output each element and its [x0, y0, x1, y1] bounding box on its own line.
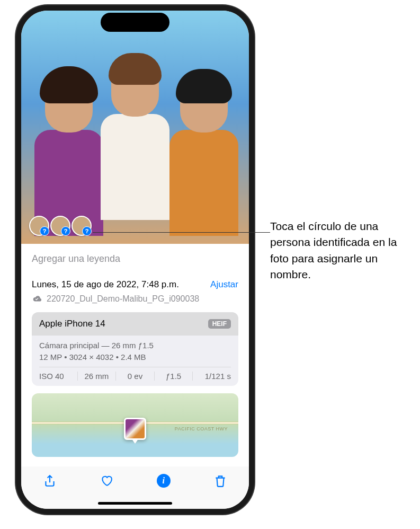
location-map[interactable]: PACIFIC COAST HWY [32, 393, 238, 457]
map-photo-pin[interactable] [124, 418, 146, 440]
face-circle-3[interactable] [72, 216, 92, 236]
icloud-icon [32, 295, 42, 303]
adjust-button[interactable]: Ajustar [210, 279, 238, 290]
camera-info-card[interactable]: Apple iPhone 14 HEIF Cámara principal — … [32, 312, 238, 386]
face-circle-1[interactable] [29, 216, 49, 236]
info-icon: i [157, 474, 171, 488]
camera-device: Apple iPhone 14 [39, 319, 105, 329]
info-button[interactable]: i [156, 473, 172, 489]
photo-person-2 [95, 58, 175, 244]
caption-field[interactable]: Agregar una leyenda [21, 244, 249, 274]
exif-shutter: 1/121 s [193, 372, 231, 381]
image-specs: 12 MP • 3024 × 4032 • 2.4 MB [39, 352, 231, 362]
home-indicator[interactable] [98, 502, 172, 505]
favorite-button[interactable] [99, 473, 114, 489]
exif-aperture: ƒ1.5 [155, 372, 193, 381]
lens-info: Cámara principal — 26 mm ƒ1.5 [39, 341, 231, 350]
filename-label: 220720_Dul_Demo-Malibu_PG_i090038 [47, 294, 199, 304]
exif-iso: ISO 40 [39, 372, 78, 381]
photo-preview[interactable] [21, 11, 249, 244]
share-icon [43, 474, 57, 488]
share-button[interactable] [42, 473, 58, 489]
capture-date: Lunes, 15 de ago de 2022, 7:48 p.m. [32, 279, 179, 290]
exif-ev: 0 ev [116, 372, 155, 381]
caption-placeholder: Agregar una leyenda [32, 253, 120, 264]
map-road-label: PACIFIC COAST HWY [175, 426, 228, 431]
heart-icon [100, 474, 113, 488]
callout-leader-line [93, 232, 270, 233]
phone-frame: Agregar una leyenda Lunes, 15 de ago de … [16, 5, 254, 514]
dynamic-island [101, 13, 169, 32]
trash-icon [213, 474, 227, 488]
format-badge: HEIF [208, 319, 231, 329]
face-circle-2[interactable] [50, 216, 70, 236]
exif-focal: 26 mm [78, 372, 117, 381]
photo-person-3 [164, 74, 244, 244]
phone-screen: Agregar una leyenda Lunes, 15 de ago de … [21, 11, 249, 509]
detected-faces-row [29, 216, 92, 236]
callout-text: Toca el círculo de una persona identific… [270, 218, 408, 283]
metadata-section: Lunes, 15 de ago de 2022, 7:48 p.m. Ajus… [21, 274, 249, 457]
delete-button[interactable] [212, 473, 228, 489]
bottom-toolbar: i [21, 466, 249, 509]
